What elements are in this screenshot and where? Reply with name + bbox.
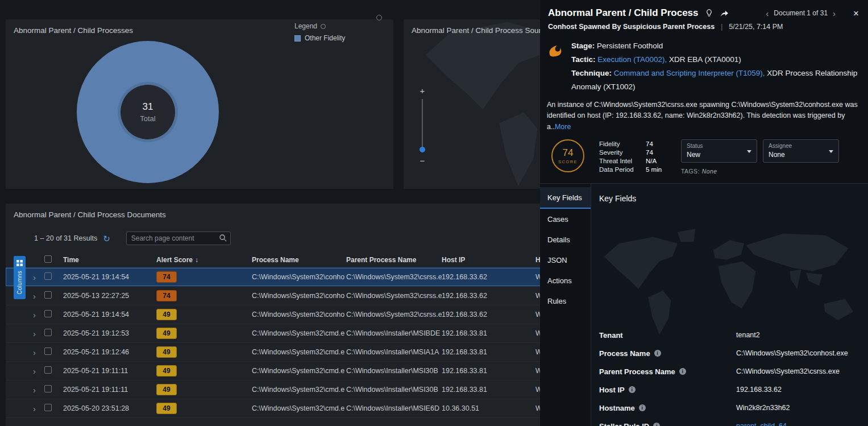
alert-score-badge[interactable]: 49 <box>156 384 177 395</box>
alert-score-badge[interactable]: 74 <box>156 290 177 301</box>
metric-value: 5 min <box>646 166 671 173</box>
row-checkbox[interactable] <box>44 272 52 280</box>
next-document-button[interactable]: › <box>833 9 836 18</box>
score-value: 74 <box>563 147 574 159</box>
expand-chevron-icon[interactable]: › <box>33 348 36 357</box>
assignee-dropdown[interactable]: Assignee None <box>763 139 839 163</box>
cell-host-ip: 192.168.33.81 <box>442 348 535 356</box>
expand-chevron-icon[interactable]: › <box>33 385 36 395</box>
stage-label: Stage: <box>571 42 595 50</box>
sort-desc-icon: ↓ <box>195 256 198 264</box>
row-checkbox[interactable] <box>44 310 52 317</box>
row-checkbox[interactable] <box>44 366 52 374</box>
tab-rules[interactable]: Rules <box>540 291 591 311</box>
tab-actions[interactable]: Actions <box>540 270 591 291</box>
key-fields-list: Tenant tenant2 Process Name C:\Windows\S… <box>599 326 868 426</box>
donut-total-value: 31 <box>143 101 153 113</box>
info-icon[interactable] <box>679 368 686 375</box>
alert-score-badge[interactable]: 49 <box>156 309 177 320</box>
stage-value: Persistent Foothold <box>597 42 663 50</box>
column-header-time[interactable]: Time <box>63 256 156 264</box>
donut-panel: Abnormal Parent / Child Processes Legend… <box>6 19 393 189</box>
row-checkbox[interactable] <box>44 348 52 355</box>
tab-json[interactable]: JSON <box>540 250 591 270</box>
cell-process-name: C:\Windows\System32\cmd.e <box>252 329 346 337</box>
row-checkbox[interactable] <box>44 404 52 411</box>
search-input[interactable] <box>126 231 231 245</box>
tactic-line: Tactic: Execution (TA0002), XDR EBA (XTA… <box>571 53 859 67</box>
assignee-dropdown-label: Assignee <box>769 143 833 149</box>
key-field-value-link[interactable]: parent_child_64 <box>736 422 787 426</box>
status-dropdown[interactable]: Status New <box>681 139 757 163</box>
cell-time: 2025-05-21 19:12:53 <box>63 329 156 337</box>
column-header-alert-score[interactable]: Alert Score↓ <box>156 256 252 264</box>
expand-chevron-icon[interactable]: › <box>33 310 36 320</box>
alert-score-badge[interactable]: 49 <box>156 328 177 339</box>
score-caption: SCORE <box>558 159 578 164</box>
select-all-checkbox[interactable] <box>44 255 52 263</box>
search-icon[interactable] <box>219 234 227 245</box>
columns-grid-icon <box>16 258 23 268</box>
more-link[interactable]: More <box>555 123 571 131</box>
prev-document-button[interactable]: ‹ <box>766 9 769 18</box>
legend-item-other-fidelity[interactable]: Other Fidelity <box>294 34 345 42</box>
expand-chevron-icon[interactable]: › <box>33 404 36 413</box>
key-field-row: Tenant tenant2 <box>599 326 862 344</box>
status-dropdown-value: New <box>687 151 751 159</box>
expand-chevron-icon[interactable]: › <box>33 366 36 376</box>
info-icon[interactable] <box>653 423 660 426</box>
key-field-value: C:\Windows\System32\conhost.exe <box>736 349 848 357</box>
cell-parent-process-name: C:\Windows\System32\csrss.e <box>346 273 442 281</box>
share-icon[interactable] <box>720 9 729 18</box>
zoom-in-button[interactable]: + <box>420 85 425 96</box>
alert-description: An instance of C:\Windows\System32\csrss… <box>547 100 863 133</box>
alert-detail-panel: Abnormal Parent / Child Process ‹ Docume… <box>540 0 868 426</box>
tab-cases[interactable]: Cases <box>540 209 591 229</box>
refresh-icon[interactable]: ↻ <box>103 234 110 243</box>
cell-host-ip: 192.168.33.81 <box>442 367 535 375</box>
column-header-process-name[interactable]: Process Name <box>252 256 346 264</box>
donut-chart[interactable]: 31 Total <box>77 41 219 183</box>
tab-details[interactable]: Details <box>540 229 591 250</box>
close-icon[interactable]: × <box>853 9 859 18</box>
info-icon[interactable] <box>629 386 636 393</box>
map-zoom-control: + − <box>417 85 427 166</box>
tactic-link[interactable]: Execution (TA0002), <box>597 55 667 64</box>
legend-item-label: Other Fidelity <box>305 34 345 42</box>
metric-value: 74 <box>646 140 671 147</box>
alert-score-badge[interactable]: 49 <box>156 365 177 377</box>
cell-host-ip: 192.168.33.62 <box>442 292 535 300</box>
tab-key-fields[interactable]: Key Fields <box>540 187 591 209</box>
detail-header: Abnormal Parent / Child Process ‹ Docume… <box>540 0 868 31</box>
zoom-slider[interactable] <box>422 99 423 152</box>
expand-chevron-icon[interactable]: › <box>33 291 36 301</box>
column-header-parent-process-name[interactable]: Parent Process Name <box>346 256 442 264</box>
zoom-out-button[interactable]: − <box>420 155 425 166</box>
separator: | <box>721 23 722 31</box>
detail-title: Abnormal Parent / Child Process <box>548 7 699 19</box>
info-icon[interactable] <box>654 350 661 357</box>
columns-button[interactable]: Columns <box>14 256 26 299</box>
lightbulb-icon[interactable] <box>705 9 713 18</box>
key-field-value: tenant2 <box>736 331 760 339</box>
expand-chevron-icon[interactable]: › <box>33 329 36 338</box>
alert-score-badge[interactable]: 74 <box>156 271 177 283</box>
cell-parent-process-name: C:\Windows\Installer\MSIBDE <box>346 329 442 337</box>
expand-chevron-icon[interactable]: › <box>33 272 36 282</box>
column-header-host-ip[interactable]: Host IP <box>442 256 535 264</box>
panel-status-icon[interactable] <box>376 15 382 20</box>
row-checkbox[interactable] <box>44 385 52 392</box>
zoom-slider-handle[interactable] <box>420 147 425 152</box>
row-checkbox[interactable] <box>44 329 52 336</box>
alert-score-badge[interactable]: 49 <box>156 346 177 358</box>
key-field-label: Stellar Rule ID <box>599 422 736 426</box>
technique-link[interactable]: Command and Scripting Interpreter (T1059… <box>614 69 765 77</box>
key-fields-content: Key Fields <box>591 184 868 426</box>
key-field-row: Host IP 192.168.33.62 <box>599 380 862 399</box>
key-field-row: Parent Process Name C:\Windows\System32\… <box>599 362 862 380</box>
stage-line: Stage: Persistent Foothold <box>571 39 859 53</box>
alert-score-badge[interactable]: 49 <box>156 403 177 414</box>
row-checkbox[interactable] <box>44 291 52 299</box>
legend-settings-icon[interactable] <box>321 24 326 29</box>
info-icon[interactable] <box>639 404 646 411</box>
